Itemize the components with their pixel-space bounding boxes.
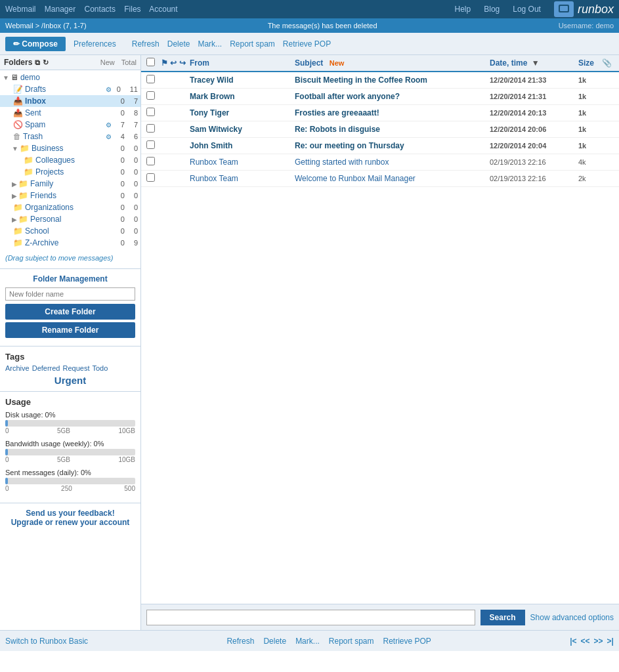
row-check-3[interactable] — [146, 108, 161, 118]
select-all-checkbox[interactable] — [146, 58, 155, 66]
report-spam-link[interactable]: Report spam — [230, 39, 275, 49]
table-row[interactable]: John Smith Re: our meeting on Thursday 1… — [141, 138, 619, 154]
row-size-3: 1k — [578, 109, 602, 117]
sidebar-item-demo[interactable]: ▼ 🖥 demo — [0, 72, 140, 83]
bottom-retrieve-pop[interactable]: Retrieve POP — [383, 637, 431, 646]
tag-deferred[interactable]: Deferred — [32, 364, 60, 372]
row-from-5[interactable]: John Smith — [190, 141, 295, 150]
bottom-mark[interactable]: Mark... — [295, 637, 320, 646]
nav-webmail[interactable]: Webmail — [5, 5, 35, 14]
row-check-1[interactable] — [146, 75, 161, 85]
nav-manager[interactable]: Manager — [45, 5, 75, 14]
table-row[interactable]: Runbox Team Getting started with runbox … — [141, 154, 619, 171]
row-subject-3[interactable]: Frosties are greeaaatt! — [295, 108, 490, 117]
nav-account[interactable]: Account — [149, 5, 177, 14]
search-input[interactable] — [146, 610, 475, 625]
compose-button[interactable]: ✏ Compose — [5, 37, 66, 51]
table-row[interactable]: Mark Brown Football after work anyone? 1… — [141, 89, 619, 105]
row-subject-1[interactable]: Biscuit Meeting in the Coffee Room — [295, 75, 490, 85]
sidebar-item-colleagues[interactable]: 📁 Colleagues 0 0 — [0, 154, 140, 166]
badge-spam: ⚙ — [106, 121, 112, 129]
sidebar-item-business[interactable]: ▼ 📁 Business 0 0 — [0, 142, 140, 154]
sidebar-item-sent[interactable]: 📤 Sent 0 8 — [0, 107, 140, 119]
row-check-2[interactable] — [146, 91, 161, 102]
pager-prev[interactable]: << — [581, 637, 590, 646]
delete-link[interactable]: Delete — [167, 39, 190, 49]
new-folder-input[interactable] — [5, 287, 135, 301]
pager-last[interactable]: >| — [607, 637, 614, 646]
row-subject-4[interactable]: Re: Robots in disguise — [295, 125, 490, 134]
inbox-counts: 0 7 — [112, 97, 138, 105]
sidebar-item-family[interactable]: ▶ 📁 Family 0 0 — [0, 178, 140, 190]
pager-first[interactable]: |< — [570, 637, 576, 646]
nav-blog[interactable]: Blog — [484, 5, 500, 14]
row-from-1[interactable]: Tracey Wild — [190, 75, 295, 85]
header-size[interactable]: Size — [578, 58, 602, 68]
table-row[interactable]: Sam Witwicky Re: Robots in disguise 12/2… — [141, 121, 619, 138]
spam-new: 7 — [121, 121, 125, 129]
sidebar-item-organizations[interactable]: 📁 Organizations 0 0 — [0, 201, 140, 213]
row-from-2[interactable]: Mark Brown — [190, 92, 295, 101]
row-check-7[interactable] — [146, 173, 161, 184]
sidebar-item-drafts[interactable]: 📝 Drafts ⚙ 0 11 — [0, 83, 140, 95]
row-from-4[interactable]: Sam Witwicky — [190, 125, 295, 134]
header-date[interactable]: Date, time ▼ — [490, 58, 578, 68]
tag-archive[interactable]: Archive — [5, 364, 30, 372]
header-from[interactable]: From — [190, 58, 295, 68]
folder-name-personal: Personal — [30, 215, 112, 224]
rename-folder-button[interactable]: Rename Folder — [5, 322, 135, 338]
bottom-refresh[interactable]: Refresh — [226, 637, 254, 646]
sidebar-item-z-archive[interactable]: 📁 Z-Archive 0 9 — [0, 237, 140, 249]
row-subject-7[interactable]: Welcome to Runbox Mail Manager — [295, 174, 490, 183]
sidebar-item-spam[interactable]: 🚫 Spam ⚙ 7 7 — [0, 119, 140, 131]
badge-drafts: ⚙ — [106, 86, 112, 93]
header-subject[interactable]: Subject New — [295, 58, 490, 68]
row-check-5[interactable] — [146, 140, 161, 151]
nav-logout[interactable]: Log Out — [513, 5, 541, 14]
switch-basic-link[interactable]: Switch to Runbox Basic — [5, 637, 88, 646]
logo-icon — [554, 1, 574, 17]
create-folder-button[interactable]: Create Folder — [5, 304, 135, 320]
row-from-6[interactable]: Runbox Team — [190, 158, 295, 167]
table-row[interactable]: Runbox Team Welcome to Runbox Mail Manag… — [141, 171, 619, 187]
feedback-line2[interactable]: Upgrade or renew your account — [11, 518, 130, 527]
row-from-7[interactable]: Runbox Team — [190, 174, 295, 183]
mark-link[interactable]: Mark... — [198, 39, 222, 49]
table-row[interactable]: Tracey Wild Biscuit Meeting in the Coffe… — [141, 72, 619, 89]
sidebar-item-school[interactable]: 📁 School 0 0 — [0, 225, 140, 237]
tag-request[interactable]: Request — [62, 364, 89, 372]
preferences-link[interactable]: Preferences — [74, 39, 116, 49]
sidebar-item-friends[interactable]: ▶ 📁 Friends 0 0 — [0, 190, 140, 201]
usage-section: Usage Disk usage: 0% 0 5GB 10GB Bandwidt… — [0, 391, 140, 503]
row-check-6[interactable] — [146, 157, 161, 167]
bottom-report-spam[interactable]: Report spam — [329, 637, 374, 646]
sidebar-item-personal[interactable]: ▶ 📁 Personal 0 0 — [0, 213, 140, 225]
row-subject-5[interactable]: Re: our meeting on Thursday — [295, 141, 490, 150]
nav-contacts[interactable]: Contacts — [85, 5, 116, 14]
row-from-3[interactable]: Tony Tiger — [190, 108, 295, 117]
nav-files[interactable]: Files — [124, 5, 140, 14]
row-check-4[interactable] — [146, 124, 161, 135]
copy-icon[interactable]: ⧉ — [35, 58, 40, 67]
folders-title: Folders ⧉ ↻ — [4, 58, 49, 67]
sidebar-item-projects[interactable]: 📁 Projects 0 0 — [0, 166, 140, 178]
sidebar-item-inbox[interactable]: 📥 Inbox 0 7 — [0, 95, 140, 107]
sent-usage-bar-bg — [5, 478, 135, 484]
disk-usage-bar-bg — [5, 420, 135, 427]
search-button[interactable]: Search — [480, 610, 525, 625]
folders-header: Folders ⧉ ↻ New Total — [0, 55, 140, 70]
table-row[interactable]: Tony Tiger Frosties are greeaaatt! 12/20… — [141, 105, 619, 121]
tag-todo[interactable]: Todo — [92, 364, 108, 372]
retrieve-pop-link[interactable]: Retrieve POP — [283, 39, 331, 49]
row-subject-6[interactable]: Getting started with runbox — [295, 158, 490, 167]
row-subject-2[interactable]: Football after work anyone? — [295, 92, 490, 101]
pager-next[interactable]: >> — [594, 637, 603, 646]
feedback-line1[interactable]: Send us your feedback! — [26, 509, 114, 518]
sidebar-item-trash[interactable]: 🗑 Trash ⚙ 4 6 — [0, 131, 140, 142]
advanced-search-link[interactable]: Show advanced options — [530, 613, 614, 622]
refresh-link[interactable]: Refresh — [132, 39, 160, 49]
tag-urgent[interactable]: Urgent — [5, 375, 135, 386]
nav-help[interactable]: Help — [455, 5, 471, 14]
bottom-delete[interactable]: Delete — [263, 637, 286, 646]
refresh-folders-icon[interactable]: ↻ — [43, 58, 49, 67]
